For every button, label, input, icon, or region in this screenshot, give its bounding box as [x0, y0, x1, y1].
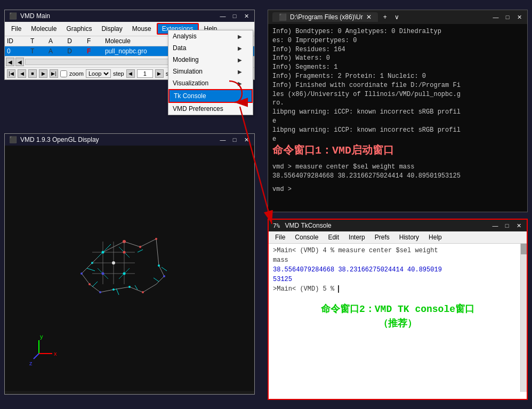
svg-point-49 [102, 272, 104, 275]
vmd-main-title: VMD Main [20, 12, 50, 20]
tkconsole-window: 7% VMD TkConsole — □ ✕ File Console Edit… [268, 219, 528, 400]
svg-point-32 [163, 275, 165, 277]
tk-menu-help[interactable]: Help [424, 232, 446, 242]
step-up-btn[interactable]: ▶ [155, 69, 164, 78]
tk-menu-edit[interactable]: Edit [324, 232, 343, 242]
vmd-main-titlebar: ⬛ VMD Main — □ ✕ [5, 10, 254, 22]
menu-simulation[interactable]: Simulation ▶ [168, 66, 253, 77]
zoom-label: zoom [69, 70, 84, 77]
tk-menu-console[interactable]: Console [291, 232, 323, 242]
tk-line-4: 53125 [273, 275, 522, 284]
tkconsole-icon: 7% [273, 222, 280, 229]
stop-btn[interactable]: ■ [28, 69, 37, 78]
terminal-titlebar: ⬛ D:\Program Files (x86)\Ur ✕ + ∨ — □ ✕ [268, 10, 527, 24]
tk-menu-history[interactable]: History [395, 232, 423, 242]
scroll-left-btn[interactable]: ◀ [6, 58, 14, 66]
loop-dropdown[interactable]: Loop [86, 69, 111, 78]
terminal-close[interactable]: ✕ [515, 13, 523, 21]
tkconsole-content: >Main< (VMD) 4 % measure center $sel wei… [269, 244, 527, 392]
tkconsole-close[interactable]: ✕ [515, 222, 522, 229]
terminal-cmd-1: vmd > measure center $sel weight mass [272, 163, 523, 172]
tkconsole-menubar: File Console Edit Interp Prefs History H… [269, 231, 527, 244]
step-down-btn[interactable]: ◀ [126, 69, 135, 78]
cell-f: F [85, 46, 103, 57]
play-btn[interactable]: ▶ [39, 69, 47, 78]
cell-id: 0 [5, 46, 28, 57]
svg-point-33 [112, 288, 115, 291]
tkconsole-minimize[interactable]: — [491, 222, 499, 229]
terminal-window-controls: — □ ✕ [492, 13, 523, 21]
opengl-title: VMD 1.9.3 OpenGL Display [20, 136, 99, 143]
cell-t: T [28, 46, 46, 57]
tk-line-1: >Main< (VMD) 4 % measure center $sel wei… [273, 246, 522, 255]
new-tab-btn[interactable]: + [380, 12, 390, 22]
terminal-chevron[interactable]: ∨ [392, 12, 401, 22]
opengl-close[interactable]: ✕ [243, 136, 250, 143]
terminal-line-3: Info) Residues: 164 [272, 45, 523, 54]
zoom-checkbox[interactable] [60, 70, 67, 77]
menu-tkconsole[interactable]: Tk Console [168, 89, 253, 103]
opengl-title-left: ⬛ VMD 1.9.3 OpenGL Display [9, 136, 99, 143]
scroll-thumb[interactable] [521, 244, 527, 254]
tk-line-2: mass [273, 255, 522, 265]
prev-frame-btn[interactable]: |◀ [7, 69, 15, 78]
opengl-minimize[interactable]: — [219, 136, 227, 143]
tk-menu-prefs[interactable]: Prefs [370, 232, 394, 242]
menu-display[interactable]: Display [97, 24, 126, 34]
close-button[interactable]: ✕ [243, 12, 250, 20]
menu-graphics[interactable]: Graphics [62, 24, 96, 34]
svg-point-35 [158, 264, 160, 267]
menu-analysis[interactable]: Analysis ▶ [168, 30, 253, 42]
svg-point-28 [142, 291, 144, 293]
col-t: T [28, 36, 46, 46]
terminal-restore[interactable]: □ [504, 13, 511, 21]
analysis-arrow: ▶ [238, 34, 242, 39]
window-controls: — □ ✕ [219, 12, 250, 20]
terminal-line-8: les (x86)/University of Illinois/VMD/pul… [272, 90, 523, 99]
step-input[interactable] [137, 69, 153, 78]
modeling-arrow: ▶ [238, 57, 242, 63]
tkconsole-restore[interactable]: □ [503, 222, 511, 229]
menu-visualization[interactable]: Visualization ▶ [168, 77, 253, 89]
terminal-line-5: Info) Segments: 1 [272, 63, 523, 72]
terminal-cmd-2: vmd > [272, 185, 523, 194]
terminal-window: ⬛ D:\Program Files (x86)\Ur ✕ + ∨ — □ ✕ … [268, 10, 528, 212]
terminal-line-7: Info) Finished with coordinate file D:/P… [272, 81, 523, 90]
tk-menu-file[interactable]: File [271, 232, 289, 242]
terminal-tab[interactable]: ⬛ D:\Program Files (x86)\Ur ✕ [272, 12, 378, 22]
svg-text:x: x [54, 350, 57, 357]
svg-point-31 [99, 291, 101, 293]
step-label: step [113, 70, 124, 77]
menu-file[interactable]: File [7, 24, 26, 34]
svg-point-48 [123, 251, 126, 254]
menu-vmd-preferences[interactable]: VMD Preferences [168, 103, 253, 115]
terminal-line-11: e [272, 117, 523, 126]
visualization-arrow: ▶ [238, 81, 242, 86]
menu-data[interactable]: Data ▶ [168, 42, 253, 54]
tkconsole-title-left: 7% VMD TkConsole [273, 222, 332, 229]
terminal-line-6: Info) Fragments: 2 Protein: 1 Nucleic: 0 [272, 72, 523, 81]
opengl-icon: ⬛ [9, 136, 17, 143]
terminal-result-1: 38.5564079284668 38.23166275024414 40.89… [272, 172, 523, 181]
terminal-line-10: libpng warning: iCCP: known incorrect sR… [272, 108, 523, 117]
play-rev-btn[interactable]: ◀ [18, 69, 26, 78]
restore-button[interactable]: □ [231, 12, 238, 20]
opengl-restore[interactable]: □ [231, 136, 238, 143]
tkconsole-scrollbar[interactable] [520, 244, 527, 392]
minimize-button[interactable]: — [219, 12, 227, 20]
opengl-window: ⬛ VMD 1.9.3 OpenGL Display — □ ✕ [4, 133, 255, 395]
menu-modeling[interactable]: Modeling ▶ [168, 54, 253, 66]
col-f: F [85, 36, 103, 46]
opengl-canvas[interactable]: y x z [5, 146, 254, 391]
menu-mouse[interactable]: Mouse [128, 24, 156, 34]
opengl-titlebar: ⬛ VMD 1.9.3 OpenGL Display — □ ✕ [5, 134, 254, 146]
svg-text:z: z [29, 360, 33, 366]
col-a: A [46, 36, 65, 46]
scroll-prev-btn[interactable]: ◀ [15, 58, 24, 66]
tk-menu-interp[interactable]: Interp [344, 232, 369, 242]
terminal-minimize[interactable]: — [492, 13, 499, 21]
menu-molecule[interactable]: Molecule [27, 24, 61, 34]
terminal-close-icon[interactable]: ✕ [366, 13, 372, 21]
next-frame-btn[interactable]: ▶| [50, 69, 58, 78]
terminal-icon: ⬛ [279, 13, 287, 21]
